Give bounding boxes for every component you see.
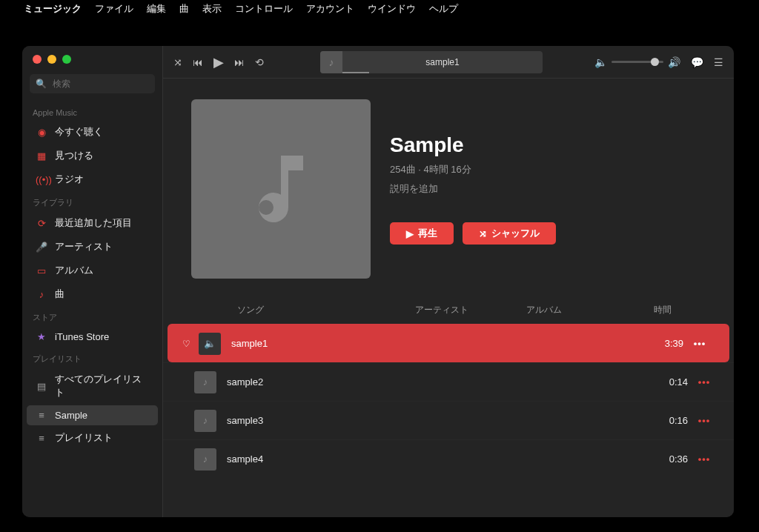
track-row[interactable]: ♪ sample3 0:16 ••• — [163, 401, 734, 439]
sidebar-item-label: ラジオ — [55, 173, 84, 186]
more-icon[interactable]: ••• — [689, 338, 710, 349]
col-time[interactable]: 時間 — [623, 304, 704, 316]
progress-bar[interactable] — [342, 72, 369, 73]
sidebar-item-label: アーティスト — [55, 240, 113, 253]
traffic-lights — [22, 46, 162, 71]
next-icon[interactable]: ⏭ — [234, 56, 245, 68]
shuffle-button[interactable]: ⤨ シャッフル — [463, 222, 556, 245]
sidebar-item-pl-playlist[interactable]: ≡ プレイリスト — [27, 427, 158, 449]
track-name: sample3 — [227, 415, 425, 426]
sidebar-item-all-playlists[interactable]: ▤ すべてのプレイリスト — [27, 368, 158, 404]
sidebar-item-itunes-store[interactable]: ★ iTunes Store — [27, 327, 158, 347]
track-name: sample1 — [231, 338, 430, 349]
zoom-button[interactable] — [62, 55, 71, 64]
sidebar-item-listen-now[interactable]: ◉ 今すぐ聴く — [27, 121, 158, 143]
mic-icon: 🎤 — [36, 242, 47, 253]
sidebar-item-label: 最近追加した項目 — [55, 216, 132, 230]
more-icon[interactable]: ••• — [694, 376, 715, 388]
sidebar-item-pl-sample[interactable]: ≡ Sample — [27, 405, 158, 425]
grid-icon: ▦ — [36, 150, 47, 162]
col-artist[interactable]: アーティスト — [415, 304, 526, 316]
queue-icon[interactable]: ☰ — [714, 56, 723, 68]
music-note-icon — [236, 144, 325, 233]
sidebar: 🔍 Apple Music ◉ 今すぐ聴く ▦ 見つける ((•)) ラジオ ラ… — [22, 46, 163, 517]
close-button[interactable] — [33, 55, 42, 64]
col-song[interactable]: ソング — [193, 304, 415, 316]
volume-control[interactable]: 🔈 🔊 — [594, 56, 680, 68]
track-artwork: 🔈 — [199, 333, 221, 355]
love-icon[interactable]: ♡ — [178, 339, 194, 349]
track-header-row: ソング アーティスト アルバム 時間 — [163, 296, 734, 324]
sidebar-item-browse[interactable]: ▦ 見つける — [27, 144, 158, 167]
track-time: 3:39 — [637, 338, 689, 349]
sidebar-item-label: 今すぐ聴く — [55, 125, 103, 139]
album-icon: ▭ — [36, 265, 47, 276]
track-row[interactable]: ♪ sample2 0:14 ••• — [163, 362, 734, 401]
track-artwork: ♪ — [194, 410, 216, 432]
play-button[interactable]: ▶ 再生 — [390, 222, 454, 245]
track-row[interactable]: ♪ sample4 0:36 ••• — [163, 439, 734, 478]
menubar-item-song[interactable]: 曲 — [179, 2, 189, 16]
track-row[interactable]: ♡ 🔈 sample1 3:39 ••• — [168, 324, 729, 362]
playlist-subtitle: 254曲 · 4時間 16分 — [390, 163, 556, 176]
now-playing-display[interactable]: ♪ sample1 — [320, 51, 543, 73]
sidebar-item-label: iTunes Store — [55, 331, 109, 342]
main-content: ⤨ ⏮ ▶ ⏭ ⟲ ♪ sample1 🔈 🔊 💬 ☰ — [163, 46, 734, 517]
playlist-header: Sample 254曲 · 4時間 16分 説明を追加 ▶ 再生 ⤨ シャッフル — [163, 79, 734, 296]
more-icon[interactable]: ••• — [694, 415, 715, 426]
search-field[interactable]: 🔍 — [30, 74, 155, 93]
more-icon[interactable]: ••• — [694, 453, 715, 465]
playlist-title: Sample — [390, 133, 556, 157]
playback-controls: ⤨ ⏮ ▶ ⏭ ⟲ — [169, 54, 268, 70]
transport-bar: ⤨ ⏮ ▶ ⏭ ⟲ ♪ sample1 🔈 🔊 💬 ☰ — [163, 46, 734, 79]
menubar-app-name[interactable]: ミュージック — [24, 2, 82, 16]
playlist-cover — [191, 99, 371, 279]
sidebar-item-artists[interactable]: 🎤 アーティスト — [27, 236, 158, 258]
sidebar-item-recently-added[interactable]: ⟳ 最近追加した項目 — [27, 212, 158, 234]
sidebar-item-radio[interactable]: ((•)) ラジオ — [27, 168, 158, 190]
lyrics-icon[interactable]: 💬 — [691, 56, 703, 68]
track-artwork: ♪ — [194, 448, 216, 471]
volume-slider[interactable] — [611, 61, 663, 63]
music-window: 🔍 Apple Music ◉ 今すぐ聴く ▦ 見つける ((•)) ラジオ ラ… — [22, 46, 734, 517]
volume-low-icon: 🔈 — [594, 56, 607, 68]
radio-icon: ((•)) — [36, 174, 47, 185]
menubar-item-view[interactable]: 表示 — [202, 2, 222, 16]
shuffle-icon[interactable]: ⤨ — [173, 56, 182, 68]
prev-icon[interactable]: ⏮ — [193, 56, 203, 68]
sidebar-item-label: すべてのプレイリスト — [55, 373, 149, 399]
section-store: ストア — [22, 306, 162, 326]
minimize-button[interactable] — [47, 55, 56, 64]
grid-small-icon: ▤ — [36, 381, 47, 392]
macos-menubar: ミュージック ファイル 編集 曲 表示 コントロール アカウント ウインドウ ヘ… — [0, 0, 759, 18]
playlist-description[interactable]: 説明を追加 — [390, 182, 556, 196]
play-circle-icon: ◉ — [36, 127, 47, 138]
sidebar-item-label: 見つける — [55, 149, 93, 162]
volume-high-icon: 🔊 — [668, 56, 680, 68]
now-playing-title: sample1 — [342, 57, 543, 67]
sidebar-item-label: アルバム — [55, 264, 93, 277]
sidebar-item-albums[interactable]: ▭ アルバム — [27, 259, 158, 282]
sidebar-item-label: 曲 — [55, 287, 64, 301]
search-input[interactable] — [51, 78, 165, 90]
track-time: 0:36 — [633, 453, 694, 465]
play-icon[interactable]: ▶ — [213, 54, 224, 70]
sidebar-item-label: プレイリスト — [55, 431, 113, 445]
menubar-item-controls[interactable]: コントロール — [235, 2, 293, 16]
menubar-item-help[interactable]: ヘルプ — [429, 2, 458, 16]
section-apple-music: Apple Music — [22, 102, 162, 120]
clock-icon: ⟳ — [36, 218, 47, 229]
menubar-item-window[interactable]: ウインドウ — [368, 2, 416, 16]
sidebar-item-label: Sample — [55, 410, 87, 421]
repeat-icon[interactable]: ⟲ — [255, 56, 264, 68]
menubar-item-file[interactable]: ファイル — [95, 2, 133, 16]
now-playing-artwork: ♪ — [320, 51, 342, 73]
playlist-icon: ≡ — [36, 433, 47, 444]
menubar-item-account[interactable]: アカウント — [306, 2, 354, 16]
menubar-item-edit[interactable]: 編集 — [147, 2, 166, 16]
track-name: sample4 — [227, 453, 425, 465]
sidebar-item-songs[interactable]: ♪ 曲 — [27, 283, 158, 305]
col-album[interactable]: アルバム — [526, 304, 623, 316]
search-icon: 🔍 — [36, 79, 47, 89]
section-playlists: プレイリスト — [22, 348, 162, 368]
